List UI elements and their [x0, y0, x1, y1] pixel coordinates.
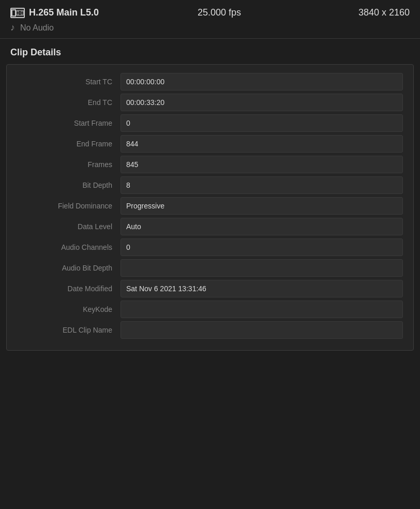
section-title: Clip Details: [0, 39, 420, 64]
top-bar: H.265 Main L5.0 25.000 fps 3840 x 2160 ♪…: [0, 0, 420, 39]
detail-row: Bit Depth8: [17, 176, 403, 194]
detail-label-audio-bit-depth: Audio Bit Depth: [17, 264, 121, 272]
detail-value-bit-depth: 8: [121, 176, 403, 194]
detail-row: EDL Clip Name: [17, 321, 403, 339]
detail-label-edl-clip-name: EDL Clip Name: [17, 326, 121, 334]
svg-rect-4: [22, 13, 23, 14]
codec-name: H.265 Main L5.0: [29, 7, 153, 18]
detail-value-date-modified: Sat Nov 6 2021 13:31:46: [121, 280, 403, 297]
detail-row: Start Frame0: [17, 114, 403, 132]
detail-value-edl-clip-name: [121, 321, 403, 339]
codec-row: H.265 Main L5.0 25.000 fps 3840 x 2160: [10, 7, 410, 18]
detail-label-start-frame: Start Frame: [17, 119, 121, 127]
detail-row: Data LevelAuto: [17, 218, 403, 235]
detail-label-field-dominance: Field Dominance: [17, 202, 121, 210]
music-icon: ♪: [10, 22, 15, 33]
detail-label-end-tc: End TC: [17, 98, 121, 107]
detail-value-data-level: Auto: [121, 218, 403, 235]
audio-row: ♪ No Audio: [10, 22, 410, 33]
svg-rect-3: [17, 13, 19, 14]
clip-details-container: Start TC00:00:00:00End TC00:00:33:20Star…: [6, 64, 414, 351]
detail-label-bit-depth: Bit Depth: [17, 181, 121, 189]
detail-label-data-level: Data Level: [17, 222, 121, 231]
detail-value-start-tc: 00:00:00:00: [121, 73, 403, 91]
detail-row: End Frame844: [17, 135, 403, 153]
detail-label-date-modified: Date Modified: [17, 285, 121, 293]
detail-row: Audio Bit Depth: [17, 259, 403, 277]
detail-value-frames: 845: [121, 156, 403, 173]
detail-label-frames: Frames: [17, 160, 121, 169]
detail-value-audio-channels: 0: [121, 238, 403, 256]
svg-rect-2: [22, 11, 23, 12]
detail-label-audio-channels: Audio Channels: [17, 243, 121, 251]
detail-value-end-frame: 844: [121, 135, 403, 153]
detail-row: Frames845: [17, 156, 403, 173]
detail-value-end-tc: 00:00:33:20: [121, 94, 403, 111]
detail-row: Field DominanceProgressive: [17, 197, 403, 215]
detail-value-field-dominance: Progressive: [121, 197, 403, 215]
film-icon: [10, 8, 25, 18]
detail-label-end-frame: End Frame: [17, 140, 121, 148]
detail-row: End TC00:00:33:20: [17, 94, 403, 111]
detail-label-keykode: KeyKode: [17, 305, 121, 313]
fps-label: 25.000 fps: [157, 7, 281, 18]
resolution-label: 3840 x 2160: [286, 7, 410, 18]
detail-label-start-tc: Start TC: [17, 78, 121, 86]
detail-row: Audio Channels0: [17, 238, 403, 256]
detail-row: Start TC00:00:00:00: [17, 73, 403, 91]
no-audio-label: No Audio: [20, 23, 54, 33]
detail-value-start-frame: 0: [121, 114, 403, 132]
detail-value-keykode: [121, 301, 403, 318]
detail-value-audio-bit-depth: [121, 259, 403, 277]
svg-rect-1: [17, 11, 19, 12]
detail-row: KeyKode: [17, 301, 403, 318]
detail-row: Date ModifiedSat Nov 6 2021 13:31:46: [17, 280, 403, 297]
